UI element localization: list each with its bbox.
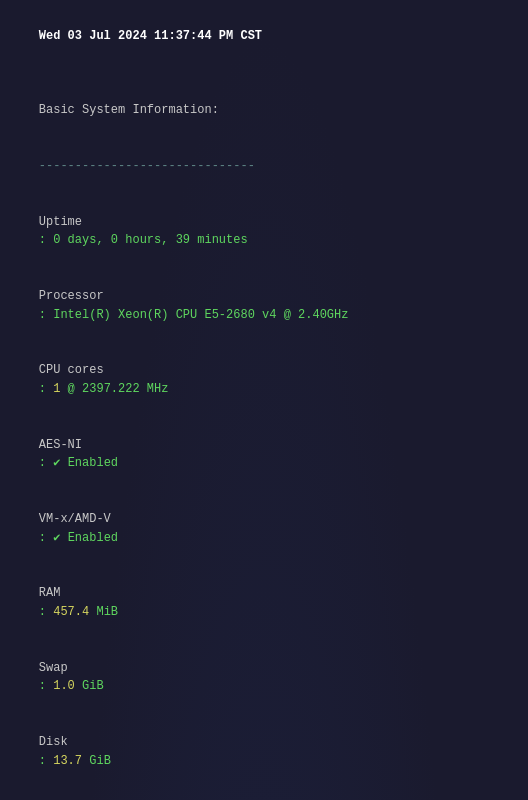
vmx-value: : ✔ Enabled (39, 531, 118, 545)
aes-ni-label: AES-NI (39, 436, 121, 455)
disk-label: Disk (39, 733, 121, 752)
uptime-value: : 0 days, 0 hours, 39 minutes (39, 233, 248, 247)
cpu-cores-value: : 1 @ 2397.222 MHz (39, 382, 169, 396)
basic-system-title: Basic System Information: (10, 82, 518, 138)
aes-ni-value: : ✔ Enabled (39, 456, 118, 470)
datetime-line: Wed 03 Jul 2024 11:37:44 PM CST (10, 8, 518, 64)
vmx-row: VM-x/AMD-V : ✔ Enabled (10, 491, 518, 565)
aes-ni-row: AES-NI : ✔ Enabled (10, 417, 518, 491)
uptime-label: Uptime (39, 213, 121, 232)
basic-sep-1: ------------------------------ (10, 138, 518, 194)
cpu-cores-row: CPU cores : 1 @ 2397.222 MHz (10, 343, 518, 417)
vmx-label: VM-x/AMD-V (39, 510, 121, 529)
ram-value: : 457.4 MiB (39, 605, 118, 619)
distro-row: Distro : Debian GNU/Linux 11 (bullseye) (10, 789, 518, 800)
swap-label: Swap (39, 659, 121, 678)
cpu-cores-label: CPU cores (39, 361, 121, 380)
blank-1 (10, 64, 518, 83)
disk-row: Disk : 13.7 GiB (10, 715, 518, 789)
swap-row: Swap : 1.0 GiB (10, 640, 518, 714)
datetime-text: Wed 03 Jul 2024 11:37:44 PM CST (39, 29, 262, 43)
processor-value: : Intel(R) Xeon(R) CPU E5-2680 v4 @ 2.40… (39, 308, 349, 322)
processor-label: Processor (39, 287, 121, 306)
disk-value: : 13.7 GiB (39, 754, 111, 768)
processor-row: Processor : Intel(R) Xeon(R) CPU E5-2680… (10, 268, 518, 342)
ram-label: RAM (39, 584, 121, 603)
swap-value: : 1.0 GiB (39, 679, 104, 693)
ram-row: RAM : 457.4 MiB (10, 566, 518, 640)
uptime-row: Uptime : 0 days, 0 hours, 39 minutes (10, 194, 518, 268)
